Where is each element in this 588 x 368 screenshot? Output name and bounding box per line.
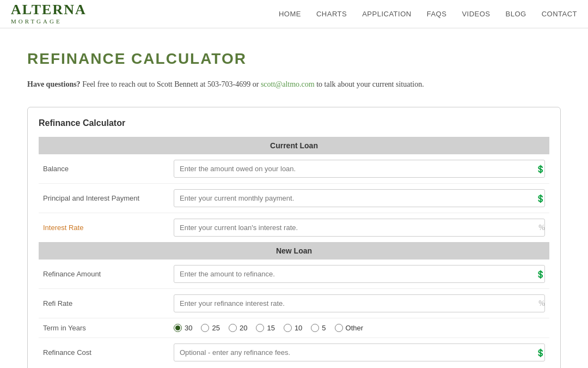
logo-main: ALTERNA	[11, 3, 87, 17]
interest-label: Interest Rate	[39, 213, 169, 243]
refi-cost-input-cell: 💲	[169, 338, 549, 367]
principal-input-cell: 💲	[169, 184, 549, 213]
principal-row: Principal and Interest Payment 💲	[39, 184, 549, 213]
current-loan-fields: Balance 💲 Principal and Interest Payment…	[39, 154, 549, 242]
principal-input[interactable]	[174, 189, 545, 207]
nav-videos[interactable]: VIDEOS	[462, 10, 490, 18]
balance-input[interactable]	[174, 160, 545, 178]
nav-home[interactable]: HOME	[279, 10, 301, 18]
term-option-20[interactable]: 20	[229, 324, 247, 332]
term-option-30[interactable]: 30	[174, 324, 192, 332]
intro-bold: Have questions?	[27, 80, 81, 88]
refi-amount-input[interactable]	[174, 265, 545, 283]
logo-sub: MORTGAGE	[11, 18, 87, 25]
new-loan-fields: Refinance Amount 💲 Refi Rate % Term in Y…	[39, 260, 549, 367]
nav-faqs[interactable]: FAQS	[427, 10, 447, 18]
email-link[interactable]: scott@altmo.com	[261, 80, 315, 88]
refi-amount-label: Refinance Amount	[39, 260, 169, 289]
term-radio-other[interactable]	[335, 324, 343, 332]
refi-rate-label: Refi Rate	[39, 289, 169, 318]
term-radio-10[interactable]	[284, 324, 292, 332]
term-option-25[interactable]: 25	[201, 324, 219, 332]
nav-application[interactable]: APPLICATION	[362, 10, 412, 18]
term-option-10[interactable]: 10	[284, 324, 302, 332]
refi-cost-row: Refinance Cost 💲	[39, 338, 549, 367]
intro-paragraph: Have questions? Feel free to reach out t…	[27, 79, 561, 91]
new-loan-header: New Loan	[39, 242, 549, 260]
logo: ALTERNA MORTGAGE	[11, 3, 87, 25]
refi-cost-input[interactable]	[174, 343, 545, 361]
refi-amount-input-cell: 💲	[169, 260, 549, 289]
refi-rate-input-cell: %	[169, 289, 549, 318]
term-option-other[interactable]: Other	[335, 324, 364, 332]
term-label: Term in Years	[39, 318, 169, 338]
calc-card-title: Refinance Calculator	[39, 118, 549, 128]
term-radio-25[interactable]	[201, 324, 209, 332]
interest-input[interactable]	[174, 219, 545, 237]
term-radio-15[interactable]	[256, 324, 264, 332]
refi-rate-input[interactable]	[174, 294, 545, 312]
navigation: ALTERNA MORTGAGE HOME CHARTS APPLICATION…	[0, 0, 588, 28]
principal-label: Principal and Interest Payment	[39, 184, 169, 213]
interest-input-cell: %	[169, 213, 549, 243]
intro-text: Feel free to reach out to Scott Bennett …	[81, 80, 261, 88]
nav-links: HOME CHARTS APPLICATION FAQS VIDEOS BLOG…	[279, 10, 577, 19]
calculator-card: Refinance Calculator Current Loan Balanc…	[27, 107, 561, 368]
currency-icon-2: 💲	[536, 194, 545, 203]
term-option-15[interactable]: 15	[256, 324, 274, 332]
refi-rate-row: Refi Rate %	[39, 289, 549, 318]
percent-icon-2: %	[538, 299, 545, 308]
currency-icon-4: 💲	[536, 348, 545, 357]
term-radio-30[interactable]	[174, 324, 182, 332]
currency-icon-3: 💲	[536, 269, 545, 279]
balance-input-cell: 💲	[169, 154, 549, 184]
current-loan-header: Current Loan	[39, 137, 549, 154]
term-radio-group: 30 25 20 15 10	[174, 324, 545, 332]
balance-label: Balance	[39, 154, 169, 184]
term-radio-5[interactable]	[311, 324, 319, 332]
refi-amount-row: Refinance Amount 💲	[39, 260, 549, 289]
nav-charts[interactable]: CHARTS	[316, 10, 347, 18]
page-content: REFINANCE CALCULATOR Have questions? Fee…	[0, 28, 588, 368]
nav-blog[interactable]: BLOG	[506, 10, 526, 18]
interest-row: Interest Rate %	[39, 213, 549, 243]
intro-end: to talk about your current situation.	[315, 80, 424, 88]
page-title: REFINANCE CALCULATOR	[27, 50, 561, 68]
currency-icon: 💲	[536, 164, 545, 173]
refi-cost-label: Refinance Cost	[39, 338, 169, 367]
percent-icon: %	[538, 224, 545, 232]
term-option-5[interactable]: 5	[311, 324, 326, 332]
balance-row: Balance 💲	[39, 154, 549, 184]
term-options-cell: 30 25 20 15 10	[169, 318, 549, 338]
nav-contact[interactable]: CONTACT	[542, 10, 577, 18]
term-row: Term in Years 30 25 20 15	[39, 318, 549, 338]
term-radio-20[interactable]	[229, 324, 237, 332]
